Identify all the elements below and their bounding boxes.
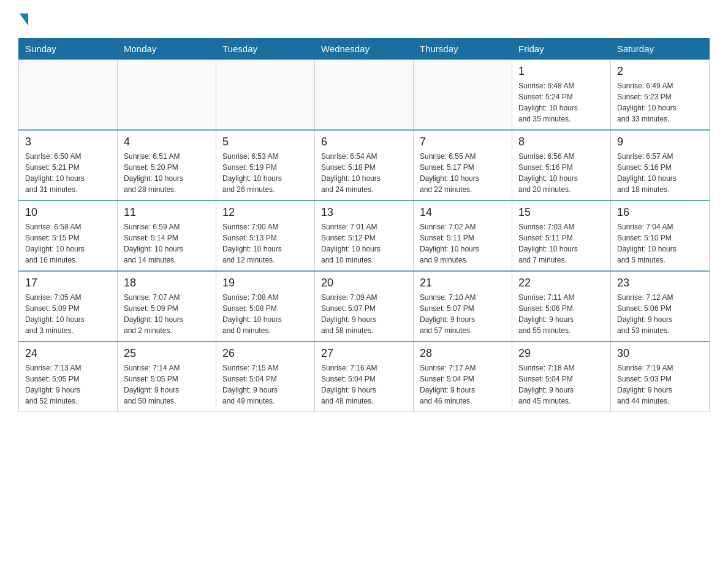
calendar-cell: 30Sunrise: 7:19 AM Sunset: 5:03 PM Dayli…	[611, 342, 710, 412]
day-number: 19	[222, 277, 308, 289]
calendar-cell: 3Sunrise: 6:50 AM Sunset: 5:21 PM Daylig…	[19, 130, 118, 201]
weekday-header-sunday: Sunday	[19, 39, 118, 60]
week-row-2: 3Sunrise: 6:50 AM Sunset: 5:21 PM Daylig…	[19, 130, 710, 201]
day-info: Sunrise: 6:51 AM Sunset: 5:20 PM Dayligh…	[124, 151, 210, 195]
calendar-table: SundayMondayTuesdayWednesdayThursdayFrid…	[18, 38, 710, 412]
calendar-cell: 7Sunrise: 6:55 AM Sunset: 5:17 PM Daylig…	[414, 130, 512, 201]
day-info: Sunrise: 6:49 AM Sunset: 5:23 PM Dayligh…	[617, 80, 703, 124]
week-row-1: 1Sunrise: 6:48 AM Sunset: 5:24 PM Daylig…	[19, 59, 710, 130]
day-info: Sunrise: 7:03 AM Sunset: 5:11 PM Dayligh…	[518, 221, 604, 266]
day-info: Sunrise: 6:53 AM Sunset: 5:19 PM Dayligh…	[222, 151, 308, 195]
week-row-5: 24Sunrise: 7:13 AM Sunset: 5:05 PM Dayli…	[19, 342, 710, 412]
calendar-cell: 8Sunrise: 6:56 AM Sunset: 5:16 PM Daylig…	[512, 130, 611, 201]
weekday-header-monday: Monday	[118, 39, 216, 60]
day-info: Sunrise: 6:59 AM Sunset: 5:14 PM Dayligh…	[124, 221, 210, 266]
day-number: 5	[222, 136, 308, 148]
calendar-cell: 18Sunrise: 7:07 AM Sunset: 5:09 PM Dayli…	[118, 271, 216, 342]
weekday-header-thursday: Thursday	[414, 39, 512, 60]
day-number: 22	[518, 277, 604, 289]
calendar-cell: 27Sunrise: 7:16 AM Sunset: 5:04 PM Dayli…	[315, 342, 414, 412]
day-number: 12	[222, 206, 308, 219]
calendar-cell: 4Sunrise: 6:51 AM Sunset: 5:20 PM Daylig…	[118, 130, 216, 201]
day-number: 2	[617, 65, 703, 78]
calendar-cell: 22Sunrise: 7:11 AM Sunset: 5:06 PM Dayli…	[512, 271, 611, 342]
day-number: 21	[420, 277, 506, 289]
day-number: 15	[518, 206, 604, 219]
day-info: Sunrise: 7:14 AM Sunset: 5:05 PM Dayligh…	[124, 362, 210, 407]
day-number: 16	[617, 206, 703, 219]
day-info: Sunrise: 7:01 AM Sunset: 5:12 PM Dayligh…	[321, 221, 407, 266]
day-number: 25	[124, 347, 210, 360]
day-info: Sunrise: 7:07 AM Sunset: 5:09 PM Dayligh…	[124, 292, 210, 336]
calendar-cell: 15Sunrise: 7:03 AM Sunset: 5:11 PM Dayli…	[512, 201, 611, 271]
day-number: 29	[518, 347, 604, 360]
day-info: Sunrise: 6:56 AM Sunset: 5:16 PM Dayligh…	[518, 151, 604, 195]
calendar-cell: 25Sunrise: 7:14 AM Sunset: 5:05 PM Dayli…	[118, 342, 216, 412]
calendar-cell: 13Sunrise: 7:01 AM Sunset: 5:12 PM Dayli…	[315, 201, 414, 271]
day-info: Sunrise: 7:15 AM Sunset: 5:04 PM Dayligh…	[222, 362, 308, 407]
day-number: 27	[321, 347, 407, 360]
calendar-cell: 5Sunrise: 6:53 AM Sunset: 5:19 PM Daylig…	[216, 130, 315, 201]
calendar-cell: 28Sunrise: 7:17 AM Sunset: 5:04 PM Dayli…	[414, 342, 512, 412]
calendar-cell: 14Sunrise: 7:02 AM Sunset: 5:11 PM Dayli…	[414, 201, 512, 271]
calendar-cell: 12Sunrise: 7:00 AM Sunset: 5:13 PM Dayli…	[216, 201, 315, 271]
day-info: Sunrise: 6:55 AM Sunset: 5:17 PM Dayligh…	[420, 151, 506, 195]
day-info: Sunrise: 7:00 AM Sunset: 5:13 PM Dayligh…	[222, 221, 308, 266]
day-info: Sunrise: 6:57 AM Sunset: 5:16 PM Dayligh…	[617, 151, 703, 195]
week-row-4: 17Sunrise: 7:05 AM Sunset: 5:09 PM Dayli…	[19, 271, 710, 342]
weekday-header-friday: Friday	[512, 39, 611, 60]
calendar-cell	[315, 59, 414, 130]
day-info: Sunrise: 7:04 AM Sunset: 5:10 PM Dayligh…	[617, 221, 703, 266]
page-header	[18, 12, 710, 26]
calendar-cell: 11Sunrise: 6:59 AM Sunset: 5:14 PM Dayli…	[118, 201, 216, 271]
calendar-cell: 23Sunrise: 7:12 AM Sunset: 5:06 PM Dayli…	[611, 271, 710, 342]
calendar-cell: 29Sunrise: 7:18 AM Sunset: 5:04 PM Dayli…	[512, 342, 611, 412]
day-info: Sunrise: 7:02 AM Sunset: 5:11 PM Dayligh…	[420, 221, 506, 266]
day-number: 7	[420, 136, 506, 148]
calendar-cell: 26Sunrise: 7:15 AM Sunset: 5:04 PM Dayli…	[216, 342, 315, 412]
day-number: 9	[617, 136, 703, 148]
day-info: Sunrise: 6:58 AM Sunset: 5:15 PM Dayligh…	[25, 221, 111, 266]
day-number: 20	[321, 277, 407, 289]
day-number: 6	[321, 136, 407, 148]
calendar-cell: 6Sunrise: 6:54 AM Sunset: 5:18 PM Daylig…	[315, 130, 414, 201]
calendar-cell: 9Sunrise: 6:57 AM Sunset: 5:16 PM Daylig…	[611, 130, 710, 201]
calendar-cell: 16Sunrise: 7:04 AM Sunset: 5:10 PM Dayli…	[611, 201, 710, 271]
calendar-cell: 21Sunrise: 7:10 AM Sunset: 5:07 PM Dayli…	[414, 271, 512, 342]
day-number: 24	[25, 347, 111, 360]
day-number: 10	[25, 206, 111, 219]
day-info: Sunrise: 6:50 AM Sunset: 5:21 PM Dayligh…	[25, 151, 111, 195]
day-number: 18	[124, 277, 210, 289]
calendar-cell: 2Sunrise: 6:49 AM Sunset: 5:23 PM Daylig…	[611, 59, 710, 130]
day-number: 1	[518, 65, 604, 78]
weekday-header-saturday: Saturday	[611, 39, 710, 60]
day-info: Sunrise: 7:18 AM Sunset: 5:04 PM Dayligh…	[518, 362, 604, 407]
day-info: Sunrise: 7:17 AM Sunset: 5:04 PM Dayligh…	[420, 362, 506, 407]
day-number: 4	[124, 136, 210, 148]
week-row-3: 10Sunrise: 6:58 AM Sunset: 5:15 PM Dayli…	[19, 201, 710, 271]
day-info: Sunrise: 6:54 AM Sunset: 5:18 PM Dayligh…	[321, 151, 407, 195]
day-number: 23	[617, 277, 703, 289]
calendar-cell	[216, 59, 315, 130]
day-info: Sunrise: 7:13 AM Sunset: 5:05 PM Dayligh…	[25, 362, 111, 407]
calendar-cell	[414, 59, 512, 130]
calendar-cell: 1Sunrise: 6:48 AM Sunset: 5:24 PM Daylig…	[512, 59, 611, 130]
logo	[18, 12, 28, 26]
calendar-cell	[118, 59, 216, 130]
logo-triangle-icon	[20, 13, 28, 26]
day-info: Sunrise: 6:48 AM Sunset: 5:24 PM Dayligh…	[518, 80, 604, 124]
day-number: 26	[222, 347, 308, 360]
calendar-cell	[19, 59, 118, 130]
day-number: 8	[518, 136, 604, 148]
calendar-cell: 20Sunrise: 7:09 AM Sunset: 5:07 PM Dayli…	[315, 271, 414, 342]
day-info: Sunrise: 7:19 AM Sunset: 5:03 PM Dayligh…	[617, 362, 703, 407]
calendar-cell: 17Sunrise: 7:05 AM Sunset: 5:09 PM Dayli…	[19, 271, 118, 342]
day-number: 3	[25, 136, 111, 148]
day-info: Sunrise: 7:08 AM Sunset: 5:08 PM Dayligh…	[222, 292, 308, 336]
day-number: 17	[25, 277, 111, 289]
day-number: 14	[420, 206, 506, 219]
calendar-cell: 24Sunrise: 7:13 AM Sunset: 5:05 PM Dayli…	[19, 342, 118, 412]
calendar-cell: 19Sunrise: 7:08 AM Sunset: 5:08 PM Dayli…	[216, 271, 315, 342]
day-info: Sunrise: 7:11 AM Sunset: 5:06 PM Dayligh…	[518, 292, 604, 336]
calendar-cell: 10Sunrise: 6:58 AM Sunset: 5:15 PM Dayli…	[19, 201, 118, 271]
